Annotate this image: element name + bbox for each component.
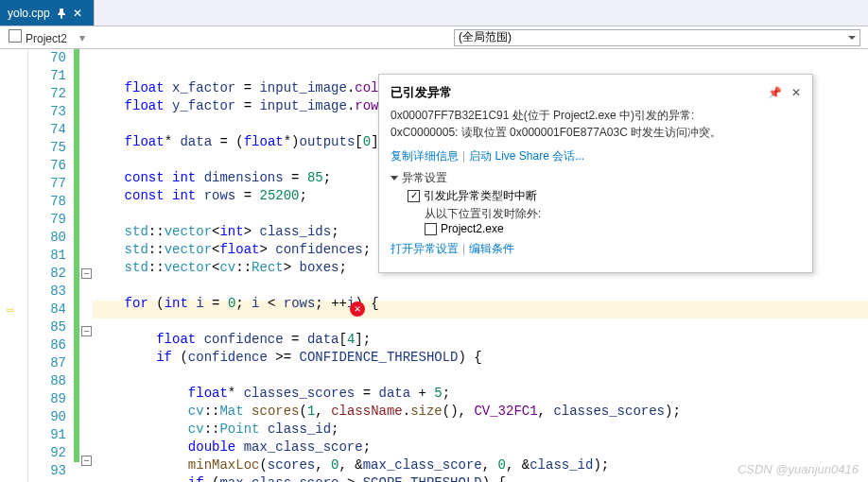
line-number: 86 — [28, 336, 66, 354]
line-number: 92 — [28, 444, 66, 462]
tooltip-body: 0x00007FF7B32E1C91 处(位于 Project2.exe 中)引… — [391, 107, 801, 141]
line-number: 78 — [28, 193, 66, 211]
line-number: 89 — [28, 390, 66, 408]
breadcrumb-project[interactable]: Project2 — [4, 27, 72, 47]
code-line[interactable]: for (int i = 0; i < rows; ++i) { — [93, 295, 868, 313]
line-number: 91 — [28, 426, 66, 444]
code-line[interactable]: if (confidence >= CONFIDENCE_THRESHOLD) … — [93, 349, 868, 367]
fold-icon[interactable] — [81, 268, 92, 279]
line-number: 76 — [28, 157, 66, 175]
break-on-type-checkbox[interactable]: ✓引发此异常类型时中断 — [408, 188, 801, 204]
error-icon[interactable]: ✕ — [350, 301, 365, 317]
live-share-link[interactable]: 启动 Live Share 会话... — [469, 149, 584, 163]
chevron-down-icon — [848, 36, 856, 40]
line-number: 72 — [28, 85, 66, 103]
line-number: 77 — [28, 175, 66, 193]
code-line[interactable] — [93, 277, 868, 295]
scope-dropdown[interactable]: (全局范围) — [454, 29, 860, 46]
fold-icon[interactable] — [81, 326, 92, 336]
code-line[interactable]: double max_class_score; — [93, 439, 868, 456]
project-icon — [9, 29, 22, 43]
fold-gutter — [79, 49, 93, 482]
line-number: 83 — [28, 283, 66, 301]
code-line[interactable] — [93, 367, 868, 385]
tab-bar: yolo.cpp ✕ — [0, 0, 868, 26]
close-icon[interactable]: ✕ — [791, 86, 801, 99]
open-exception-settings-link[interactable]: 打开异常设置 — [391, 242, 459, 255]
code-line[interactable]: float confidence = data[4]; — [93, 331, 868, 349]
tab-yolo-cpp[interactable]: yolo.cpp ✕ — [0, 0, 95, 26]
exception-tooltip: 已引发异常 📌 ✕ 0x00007FF7B32E1C91 处(位于 Projec… — [378, 74, 813, 273]
code-line[interactable]: float* classes_scores = data + 5; — [93, 385, 868, 403]
line-number: 88 — [28, 372, 66, 390]
watermark: CSDN @yuanjun0416 — [738, 462, 859, 476]
line-number: 79 — [28, 211, 66, 229]
line-number: 74 — [28, 121, 66, 139]
line-number: 82 — [28, 265, 66, 283]
breadcrumb-bar: Project2 ▾ (全局范围) — [0, 26, 868, 49]
line-number: 71 — [28, 67, 66, 85]
code-line[interactable]: cv::Mat scores(1, className.size(), CV_3… — [93, 403, 868, 421]
expand-icon — [391, 176, 398, 181]
line-number: 70 — [28, 49, 66, 67]
exception-settings-expander[interactable]: 异常设置 — [391, 170, 801, 186]
separator-icon: ▾ — [79, 31, 85, 44]
tab-label: yolo.cpp — [8, 7, 50, 20]
code-line[interactable] — [93, 313, 868, 331]
line-number: 75 — [28, 139, 66, 157]
line-number: 85 — [28, 318, 66, 336]
line-number: 80 — [28, 229, 66, 247]
line-number: 90 — [28, 408, 66, 426]
copy-details-link[interactable]: 复制详细信息 — [391, 149, 459, 163]
tooltip-title: 已引发异常 — [391, 84, 452, 101]
line-number: 87 — [28, 354, 66, 372]
glyph-margin: ⇨ — [0, 49, 28, 482]
code-line[interactable]: cv::Point class_id; — [93, 421, 868, 439]
pin-icon[interactable]: 📌 — [768, 86, 782, 99]
close-icon[interactable]: ✕ — [73, 7, 86, 20]
line-numbers: 7071727374757677787980818283848586878889… — [28, 49, 74, 482]
edit-conditions-link[interactable]: 编辑条件 — [469, 242, 514, 255]
fold-icon[interactable] — [81, 456, 92, 466]
exclude-project-checkbox[interactable]: Project2.exe — [425, 222, 801, 235]
line-number: 84 — [28, 301, 66, 318]
line-number: 93 — [28, 462, 66, 480]
line-number: 81 — [28, 247, 66, 265]
line-number: 73 — [28, 103, 66, 121]
current-line-arrow-icon: ⇨ — [7, 301, 14, 318]
pin-icon[interactable] — [56, 8, 67, 19]
